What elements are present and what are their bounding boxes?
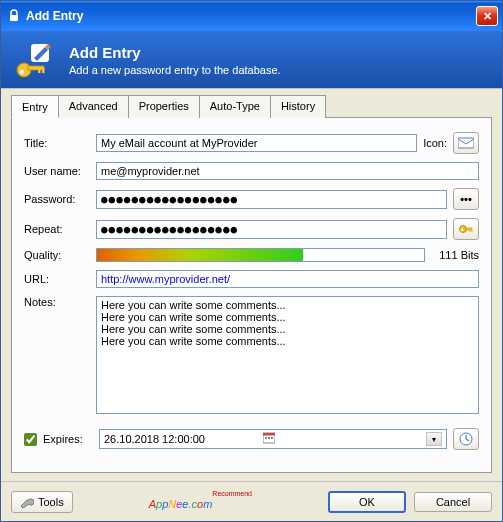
banner-title: Add Entry xyxy=(69,44,281,61)
url-input[interactable]: http://www.myprovider.net/ xyxy=(96,270,479,288)
add-entry-window: Add Entry ✕ Add Entry Add a new password… xyxy=(0,0,503,522)
repeat-label: Repeat: xyxy=(24,223,90,235)
dialog-footer: Tools AppNee.com Recommend OK Cancel xyxy=(1,481,502,521)
wrench-icon xyxy=(20,495,34,509)
entry-panel: Title: Icon: User name: Password: ••• Re… xyxy=(11,117,492,473)
repeat-input[interactable] xyxy=(96,220,447,239)
watermark: AppNee.com Recommend xyxy=(81,491,320,513)
cancel-button[interactable]: Cancel xyxy=(414,492,492,512)
svg-rect-7 xyxy=(458,138,474,148)
svg-point-9 xyxy=(461,229,463,231)
quality-label: Quality: xyxy=(24,249,90,261)
quality-bits: 111 Bits xyxy=(439,249,479,261)
password-label: Password: xyxy=(24,193,90,205)
key-pencil-icon xyxy=(13,38,57,82)
window-title: Add Entry xyxy=(26,9,476,23)
generate-password-button[interactable] xyxy=(453,218,479,240)
svg-rect-0 xyxy=(10,15,18,21)
tools-label: Tools xyxy=(38,496,64,508)
expires-preset-button[interactable] xyxy=(453,428,479,450)
svg-rect-16 xyxy=(268,437,270,439)
tab-properties[interactable]: Properties xyxy=(128,95,200,118)
expires-checkbox[interactable] xyxy=(24,433,37,446)
title-input[interactable] xyxy=(96,134,417,152)
watermark-badge: Recommend xyxy=(212,490,252,497)
tab-entry[interactable]: Entry xyxy=(11,95,59,118)
svg-rect-5 xyxy=(38,68,41,73)
notes-textarea[interactable] xyxy=(96,296,479,414)
expires-label: Expires: xyxy=(43,433,93,445)
tab-history[interactable]: History xyxy=(270,95,326,118)
clock-icon xyxy=(459,432,473,446)
tools-button[interactable]: Tools xyxy=(11,491,73,513)
expires-datetime-field[interactable]: 26.10.2018 12:00:00 ▾ xyxy=(99,429,447,449)
icon-label: Icon: xyxy=(423,137,447,149)
dots-icon: ••• xyxy=(460,193,472,205)
svg-rect-4 xyxy=(28,66,44,70)
url-label: URL: xyxy=(24,273,90,285)
expires-value: 26.10.2018 12:00:00 xyxy=(104,433,263,445)
notes-label: Notes: xyxy=(24,296,90,308)
svg-rect-17 xyxy=(271,437,273,439)
quality-fill xyxy=(97,249,303,261)
tab-advanced[interactable]: Advanced xyxy=(58,95,129,118)
calendar-icon xyxy=(263,432,422,446)
ok-button[interactable]: OK xyxy=(328,491,406,513)
key-gen-icon xyxy=(458,222,474,236)
quality-bar xyxy=(96,248,425,262)
dialog-banner: Add Entry Add a new password entry to th… xyxy=(1,31,502,89)
title-label: Title: xyxy=(24,137,90,149)
svg-rect-12 xyxy=(471,230,472,233)
svg-rect-11 xyxy=(469,230,470,233)
username-input[interactable] xyxy=(96,162,479,180)
banner-subtitle: Add a new password entry to the database… xyxy=(69,64,281,76)
password-input[interactable] xyxy=(96,190,447,209)
lock-icon xyxy=(7,9,21,23)
svg-rect-10 xyxy=(465,228,472,230)
chevron-down-icon[interactable]: ▾ xyxy=(426,432,442,446)
tab-strip: Entry Advanced Properties Auto-Type Hist… xyxy=(1,89,502,117)
tab-autotype[interactable]: Auto-Type xyxy=(199,95,271,118)
svg-point-3 xyxy=(20,69,24,73)
icon-picker-button[interactable] xyxy=(453,132,479,154)
toggle-password-button[interactable]: ••• xyxy=(453,188,479,210)
svg-rect-14 xyxy=(263,433,275,436)
svg-rect-15 xyxy=(265,437,267,439)
close-button[interactable]: ✕ xyxy=(476,6,498,26)
svg-rect-6 xyxy=(42,68,45,73)
titlebar: Add Entry ✕ xyxy=(1,1,502,31)
username-label: User name: xyxy=(24,165,90,177)
